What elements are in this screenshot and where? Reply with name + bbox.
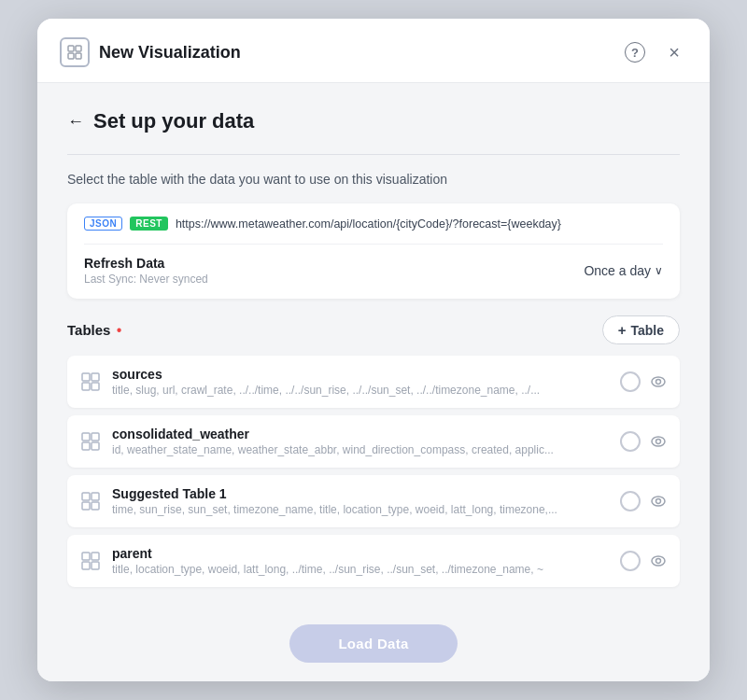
eye-icon xyxy=(650,554,667,567)
svg-rect-11 xyxy=(92,433,99,441)
table-name: consolidated_weather xyxy=(112,427,609,441)
svg-rect-10 xyxy=(82,433,90,441)
table-list: sources title, slug, url, crawl_rate, ..… xyxy=(67,356,680,595)
table-actions xyxy=(620,431,667,452)
table-select-radio[interactable] xyxy=(620,551,641,571)
modal-title: New Visualization xyxy=(99,43,241,63)
svg-rect-22 xyxy=(82,553,90,560)
modal-footer: Load Data xyxy=(37,606,710,681)
eye-icon xyxy=(650,495,667,508)
table-grid-icon xyxy=(80,371,101,392)
table-grid-icon xyxy=(80,551,101,571)
json-badge: JSON xyxy=(84,217,122,231)
back-icon: ← xyxy=(67,112,84,132)
add-table-button[interactable]: + Table xyxy=(602,315,680,344)
tables-label-text: Tables xyxy=(67,322,110,338)
svg-rect-7 xyxy=(92,383,99,390)
plus-icon: + xyxy=(618,322,627,338)
refresh-label: Refresh Data xyxy=(84,256,208,271)
refresh-row: Refresh Data Last Sync: Never synced Onc… xyxy=(84,244,663,286)
table-actions xyxy=(620,551,667,571)
api-url: https://www.metaweather.com/api/location… xyxy=(176,217,561,231)
table-select-radio[interactable] xyxy=(620,371,641,392)
svg-point-8 xyxy=(652,377,665,386)
subtitle: Select the table with the data you want … xyxy=(67,172,680,187)
svg-point-14 xyxy=(652,437,665,446)
rest-badge: REST xyxy=(130,217,168,231)
data-source-card: JSON REST https://www.metaweather.com/ap… xyxy=(67,203,680,299)
api-url-row: JSON REST https://www.metaweather.com/ap… xyxy=(84,217,663,231)
table-row: Suggested Table 1 time, sun_rise, sun_se… xyxy=(67,475,680,527)
page-nav: ← Set up your data xyxy=(67,109,680,133)
table-actions xyxy=(620,371,667,392)
close-button[interactable]: × xyxy=(661,39,687,65)
help-button[interactable]: ? xyxy=(622,39,648,65)
eye-icon xyxy=(650,375,667,388)
required-dot: • xyxy=(112,322,121,338)
svg-rect-18 xyxy=(82,502,90,510)
close-icon: × xyxy=(669,42,680,63)
svg-rect-19 xyxy=(92,502,99,510)
svg-rect-16 xyxy=(82,493,90,500)
table-info: sources title, slug, url, crawl_rate, ..… xyxy=(112,367,609,397)
svg-point-26 xyxy=(652,556,665,566)
table-select-radio[interactable] xyxy=(620,431,641,452)
table-name: sources xyxy=(112,367,609,382)
svg-point-27 xyxy=(656,559,661,564)
svg-rect-1 xyxy=(76,46,81,51)
svg-point-15 xyxy=(656,440,661,444)
table-row: parent title, location_type, woeid, latt… xyxy=(67,535,680,587)
svg-rect-13 xyxy=(92,442,99,450)
table-preview-button[interactable] xyxy=(650,375,667,388)
svg-point-20 xyxy=(652,497,665,506)
table-info: consolidated_weather id, weather_state_n… xyxy=(112,427,609,456)
frequency-selector[interactable]: Once a day ∨ xyxy=(584,263,663,278)
tables-header: Tables • + Table xyxy=(67,315,680,344)
svg-rect-25 xyxy=(92,562,99,569)
refresh-info: Refresh Data Last Sync: Never synced xyxy=(84,256,208,286)
svg-rect-0 xyxy=(68,46,74,51)
table-grid-icon xyxy=(80,491,101,511)
table-preview-button[interactable] xyxy=(650,495,667,508)
table-info: parent title, location_type, woeid, latt… xyxy=(112,546,609,576)
modal: New Visualization ? × ← Set up your data… xyxy=(37,19,710,681)
table-name: parent xyxy=(112,546,609,561)
table-row: consolidated_weather id, weather_state_n… xyxy=(67,415,680,468)
table-fields: title, slug, url, crawl_rate, ../../time… xyxy=(112,384,609,397)
divider xyxy=(67,154,680,155)
table-preview-button[interactable] xyxy=(650,435,667,448)
tables-label: Tables • xyxy=(67,322,121,339)
svg-point-21 xyxy=(656,499,661,504)
help-icon: ? xyxy=(625,42,645,63)
page-title: Set up your data xyxy=(93,109,254,133)
last-sync: Last Sync: Never synced xyxy=(84,273,208,286)
table-name: Suggested Table 1 xyxy=(112,486,609,501)
back-button[interactable]: ← xyxy=(67,112,84,132)
eye-icon xyxy=(650,435,667,448)
table-actions xyxy=(620,491,667,511)
svg-rect-24 xyxy=(82,562,90,569)
svg-rect-6 xyxy=(82,383,90,390)
table-fields: title, location_type, woeid, latt_long, … xyxy=(112,563,609,576)
load-data-button[interactable]: Load Data xyxy=(289,624,457,663)
table-info: Suggested Table 1 time, sun_rise, sun_se… xyxy=(112,486,609,516)
modal-body: ← Set up your data Select the table with… xyxy=(37,83,710,606)
svg-rect-23 xyxy=(92,553,99,560)
svg-rect-2 xyxy=(68,53,74,59)
table-grid-icon xyxy=(80,431,101,452)
table-select-radio[interactable] xyxy=(620,491,641,511)
tables-section: Tables • + Table source xyxy=(67,315,680,595)
svg-rect-12 xyxy=(82,442,90,450)
modal-icon xyxy=(60,37,90,67)
frequency-value: Once a day xyxy=(584,263,651,278)
svg-rect-17 xyxy=(92,493,99,500)
svg-rect-3 xyxy=(76,53,81,59)
svg-point-9 xyxy=(656,380,661,385)
table-fields: id, weather_state_name, weather_state_ab… xyxy=(112,443,609,456)
table-preview-button[interactable] xyxy=(650,554,667,567)
modal-header: New Visualization ? × xyxy=(37,19,710,83)
table-fields: time, sun_rise, sun_set, timezone_name, … xyxy=(112,503,609,516)
svg-rect-4 xyxy=(82,373,90,381)
modal-header-left: New Visualization xyxy=(60,37,241,67)
chevron-down-icon: ∨ xyxy=(655,264,663,277)
